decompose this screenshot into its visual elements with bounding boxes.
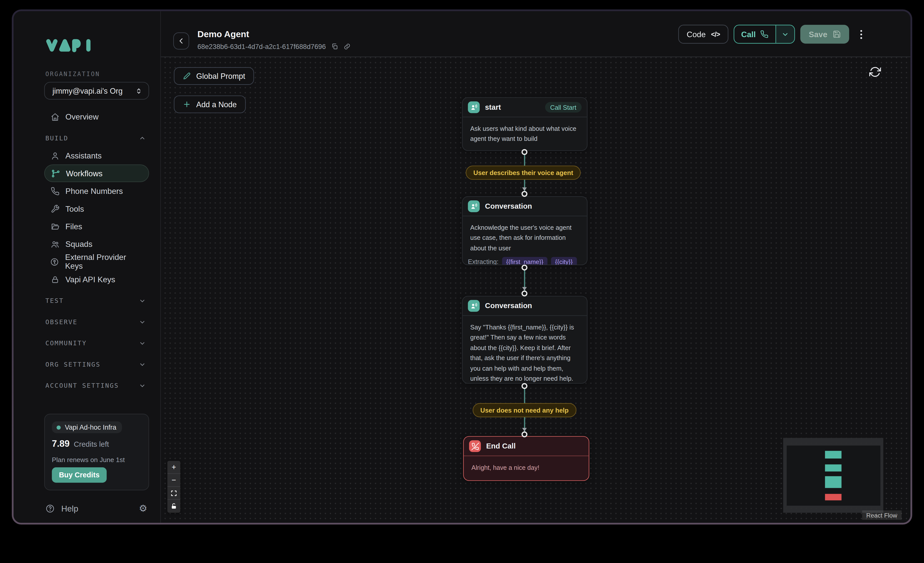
chevron-down-icon [139,297,146,305]
more-menu-icon[interactable] [858,27,864,41]
sidebar: VAPI ORGANIZATION jimmy@vapi.ai's Org [14,11,161,523]
fit-view-button[interactable] [168,487,180,500]
minimap-node [825,464,842,471]
edge-label[interactable]: User describes their voice agent [466,165,581,180]
refresh-icon[interactable] [869,66,882,79]
node-title: Conversation [485,202,532,210]
workflow-icon [51,168,60,178]
global-prompt-button[interactable]: Global Prompt [174,67,254,85]
minimap[interactable] [783,438,884,513]
sidebar-item-overview[interactable]: Overview [44,108,149,125]
minimap-node [825,476,842,488]
node-conversation-1[interactable]: Conversation Acknowledge the user's voic… [462,197,588,266]
sidebar-item-workflows[interactable]: Workflows [44,165,149,182]
section-label: OBSERVE [45,318,78,326]
call-button[interactable]: Call [734,26,776,43]
node-conversation-2[interactable]: Conversation Say "Thanks {{first_name}},… [462,296,588,384]
chevron-down-icon [139,360,146,368]
screen: VAPI ORGANIZATION jimmy@vapi.ai's Org [0,0,924,563]
help-link[interactable]: Help [61,504,78,513]
workflow-id: 68e238b6-63d1-4d7d-a2c1-617f688d7696 [197,42,326,50]
section-org-settings[interactable]: ORG SETTINGS [45,355,146,373]
link-icon[interactable] [344,43,351,50]
extracting-row: Extracting: {{first_name}} {{city}} [462,257,587,265]
node-handle[interactable] [522,291,527,296]
canvas-controls: + − [168,461,180,513]
sidebar-item-squads[interactable]: Squads [44,235,149,253]
node-start[interactable]: start Call Start Ask users what kind abo… [462,97,588,151]
node-handle[interactable] [522,191,527,197]
node-handle[interactable] [522,383,527,389]
minimap-node [825,451,842,458]
content-area: Demo Agent 68e238b6-63d1-4d7d-a2c1-617f6… [161,11,910,523]
unlock-icon [170,503,177,510]
node-handle[interactable] [522,149,527,155]
keyhole-icon [50,257,59,266]
call-button-label: Call [741,30,756,39]
minimap-node [825,494,842,500]
home-icon [50,112,60,122]
node-end-call[interactable]: End Call Alright, have a nice day! [463,436,589,481]
node-body-text: Say "Thanks {{first_name}}, {{city}} is … [462,315,587,384]
buy-credits-button[interactable]: Buy Credits [52,467,107,483]
sidebar-item-label: External Provider Keys [65,253,143,270]
edge-label[interactable]: User does not need any help [473,403,576,417]
variable-badge: {{first_name}} [502,257,548,265]
sidebar-item-vapi-api-keys[interactable]: Vapi API Keys [44,270,149,288]
chevron-down-icon [782,30,789,38]
plan-badge: Vapi Ad-hoc Infra [52,421,122,433]
sidebar-item-files[interactable]: Files [44,218,149,235]
users-icon [50,239,60,249]
user-icon [50,151,60,161]
chevron-up-icon [139,134,146,142]
topbar: Demo Agent 68e238b6-63d1-4d7d-a2c1-617f6… [161,11,910,57]
code-button[interactable]: Code </> [678,25,728,44]
lock-button[interactable] [168,500,180,513]
sidebar-item-label: Workflows [66,169,103,177]
call-dropdown-button[interactable] [776,26,795,43]
section-label: BUILD [45,134,69,142]
sidebar-item-assistants[interactable]: Assistants [44,147,149,164]
organization-label: ORGANIZATION [45,71,160,77]
node-title: Conversation [485,302,532,310]
sidebar-item-external-provider-keys[interactable]: External Provider Keys [44,253,149,270]
chevron-left-icon [177,37,185,45]
fit-view-icon [170,489,177,497]
extracting-label: Extracting: [468,258,498,265]
call-start-badge: Call Start [545,102,582,113]
phone-icon [50,186,60,196]
help-row: Help ⚙ [45,504,147,513]
node-body-text: Ask users what kind about what voice age… [462,117,587,151]
add-node-button[interactable]: Add a Node [174,95,246,113]
section-test[interactable]: TEST [45,292,146,309]
zoom-out-button[interactable]: − [168,474,180,487]
section-build[interactable]: BUILD [45,129,146,147]
sidebar-item-tools[interactable]: Tools [44,200,149,218]
section-observe[interactable]: OBSERVE [45,313,146,330]
sidebar-item-label: Assistants [66,151,102,160]
zoom-in-button[interactable]: + [168,461,180,474]
gear-icon[interactable]: ⚙ [139,504,147,513]
vapi-logo: VAPI [46,38,160,53]
workflow-canvas[interactable]: Global Prompt Add a Node [161,57,910,523]
global-prompt-label: Global Prompt [196,72,245,80]
code-button-label: Code [687,30,706,39]
node-handle[interactable] [522,431,527,437]
node-body-text: Acknowledge the user's voice agent use c… [462,216,587,257]
phone-icon [760,30,769,38]
section-label: ACCOUNT SETTINGS [45,382,119,389]
organization-name: jimmy@vapi.ai's Org [52,86,123,95]
sidebar-nav: Overview BUILD Assistants Workflows [14,108,160,394]
save-button[interactable]: Save [801,25,849,44]
unfold-icon [135,87,142,95]
react-flow-attribution[interactable]: React Flow [862,510,902,520]
copy-icon[interactable] [331,43,338,50]
section-account-settings[interactable]: ACCOUNT SETTINGS [45,377,146,394]
code-icon: </> [711,31,720,38]
node-handle[interactable] [522,265,527,270]
organization-select[interactable]: jimmy@vapi.ai's Org [44,82,149,99]
section-community[interactable]: COMMUNITY [45,334,146,352]
app-window: VAPI ORGANIZATION jimmy@vapi.ai's Org [12,9,912,525]
back-button[interactable] [173,32,189,50]
sidebar-item-phone-numbers[interactable]: Phone Numbers [44,182,149,200]
